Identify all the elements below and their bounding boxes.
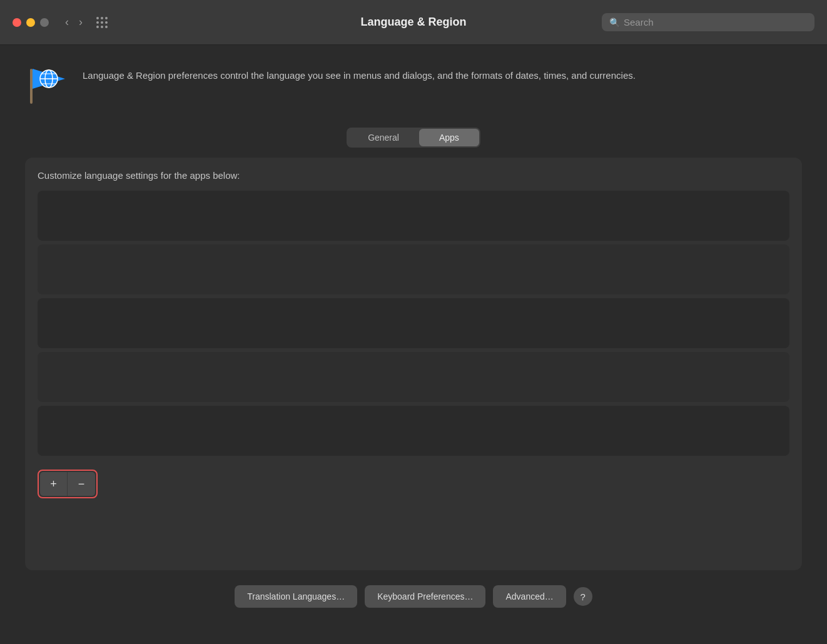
help-button[interactable]: ? — [574, 587, 592, 606]
translation-languages-button[interactable]: Translation Languages… — [235, 585, 357, 608]
window-title: Language & Region — [360, 16, 466, 29]
traffic-lights — [13, 18, 49, 27]
app-row — [38, 352, 789, 402]
panel-description: Customize language settings for the apps… — [38, 170, 789, 181]
forward-button[interactable]: › — [75, 14, 86, 30]
footer-buttons: Translation Languages… Keyboard Preferen… — [25, 585, 802, 608]
tab-apps[interactable]: Apps — [419, 129, 479, 146]
apps-panel: Customize language settings for the apps… — [25, 158, 802, 570]
add-app-button[interactable]: + — [40, 472, 68, 496]
globe-flag-icon — [25, 64, 70, 109]
title-bar: ‹ › Language & Region 🔍 — [0, 0, 827, 45]
main-content: Language & Region preferences control th… — [0, 45, 827, 620]
tab-general[interactable]: General — [348, 129, 419, 146]
add-remove-group: + − — [38, 470, 98, 498]
close-button[interactable] — [13, 18, 21, 27]
search-input[interactable] — [624, 17, 807, 28]
info-description: Language & Region preferences control th… — [83, 64, 636, 83]
app-row — [38, 244, 789, 294]
svg-rect-0 — [30, 69, 33, 104]
tabs-container: General Apps — [25, 128, 802, 148]
fullscreen-button[interactable] — [40, 18, 49, 27]
app-row — [38, 298, 789, 348]
remove-app-button[interactable]: − — [68, 472, 95, 496]
info-header: Language & Region preferences control th… — [25, 64, 802, 109]
search-bar[interactable]: 🔍 — [602, 13, 814, 31]
advanced-button[interactable]: Advanced… — [493, 585, 566, 608]
minimize-button[interactable] — [26, 18, 35, 27]
back-button[interactable]: ‹ — [61, 14, 73, 30]
nav-buttons: ‹ › — [61, 14, 86, 30]
bottom-controls: + − — [38, 470, 789, 498]
app-list — [38, 191, 789, 460]
tabs: General Apps — [347, 128, 480, 148]
app-row — [38, 406, 789, 456]
keyboard-preferences-button[interactable]: Keyboard Preferences… — [365, 585, 485, 608]
app-row — [38, 191, 789, 241]
app-grid-icon[interactable] — [96, 17, 108, 28]
search-icon: 🔍 — [609, 18, 620, 28]
